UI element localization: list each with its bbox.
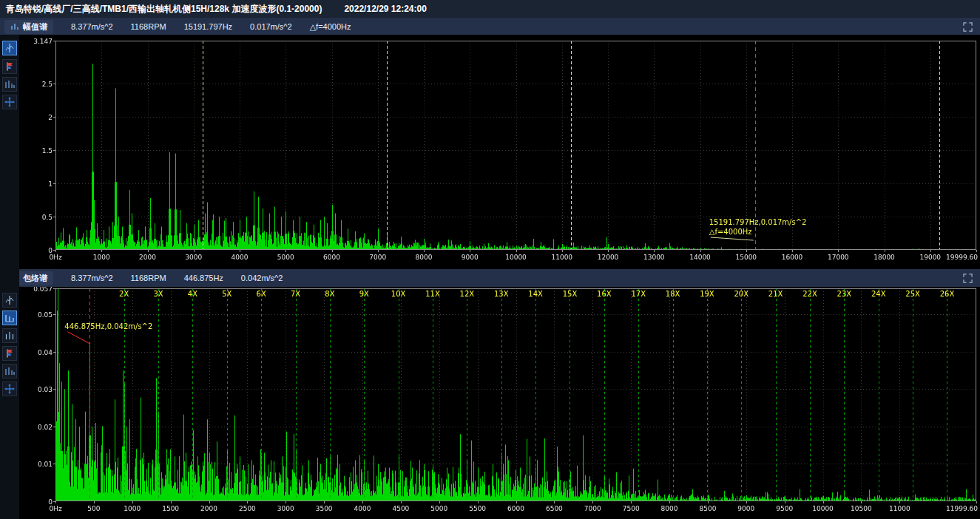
harmonic-cursor-icon <box>4 313 15 323</box>
flag-marker-tool[interactable] <box>2 346 17 361</box>
stat-cursor-amplitude: 0.017m/s^2 <box>250 22 292 31</box>
single-cursor-icon <box>4 295 15 305</box>
panel-title-label: 幅值谱 <box>23 21 47 33</box>
stat-overall-rms: 8.377m/s^2 <box>71 274 113 282</box>
stat-rpm: 1168RPM <box>131 22 166 31</box>
fullscreen-button-envelope[interactable] <box>961 272 974 284</box>
sideband-cursor-tool[interactable] <box>2 328 17 343</box>
expand-icon <box>963 274 973 283</box>
sideband-cursor-icon <box>4 330 15 341</box>
envelope-spectrum-plot[interactable] <box>19 287 980 519</box>
peak-marker-tool[interactable] <box>2 77 17 92</box>
single-cursor-tool[interactable] <box>2 293 17 308</box>
harmonic-cursor-tool[interactable] <box>2 311 17 325</box>
flag-marker-icon <box>4 61 15 72</box>
stat-cursor-frequency: 446.875Hz <box>184 274 223 282</box>
spectrum-icon <box>10 22 19 31</box>
amplitude-spectrum-plot[interactable] <box>19 35 980 268</box>
single-cursor-tool[interactable] <box>2 41 17 55</box>
stat-cursor-amplitude: 0.042m/s^2 <box>241 274 283 282</box>
expand-icon <box>963 22 973 32</box>
panel-title-label: 包络谱 <box>23 273 47 284</box>
pan-move-tool[interactable] <box>2 95 17 109</box>
window-title-bar: 青岛特锐/高线厂/三高线/TMB1/西输出轴轧机侧15H/128k 加速度波形(… <box>0 0 980 18</box>
measurement-datetime: 2022/12/29 12:24:00 <box>344 4 426 14</box>
flag-marker-icon <box>4 348 15 359</box>
pan-move-icon <box>4 97 15 107</box>
peak-marker-icon <box>4 79 15 89</box>
tool-sidebar <box>0 35 19 519</box>
stat-rpm: 1168RPM <box>131 274 166 282</box>
single-cursor-icon <box>4 43 15 53</box>
measurement-path: 青岛特锐/高线厂/三高线/TMB1/西输出轴轧机侧15H/128k 加速度波形(… <box>6 3 322 16</box>
pan-move-tool[interactable] <box>2 381 17 396</box>
stat-cursor-frequency: 15191.797Hz <box>184 22 232 31</box>
stat-delta-f: △f=4000Hz <box>310 22 351 32</box>
peak-marker-icon <box>4 366 15 376</box>
peak-marker-tool[interactable] <box>2 364 17 379</box>
flag-marker-tool[interactable] <box>2 59 17 74</box>
amplitude-panel-header: 幅值谱 8.377m/s^2 1168RPM 15191.797Hz 0.017… <box>0 18 980 35</box>
pan-move-icon <box>4 384 15 394</box>
panel-title-amplitude: 幅值谱 <box>4 20 53 34</box>
envelope-panel-header: 包络谱 8.377m/s^2 1168RPM 446.875Hz 0.042m/… <box>0 269 980 287</box>
fullscreen-button-amplitude[interactable] <box>961 21 974 33</box>
stat-overall-rms: 8.377m/s^2 <box>71 22 113 31</box>
